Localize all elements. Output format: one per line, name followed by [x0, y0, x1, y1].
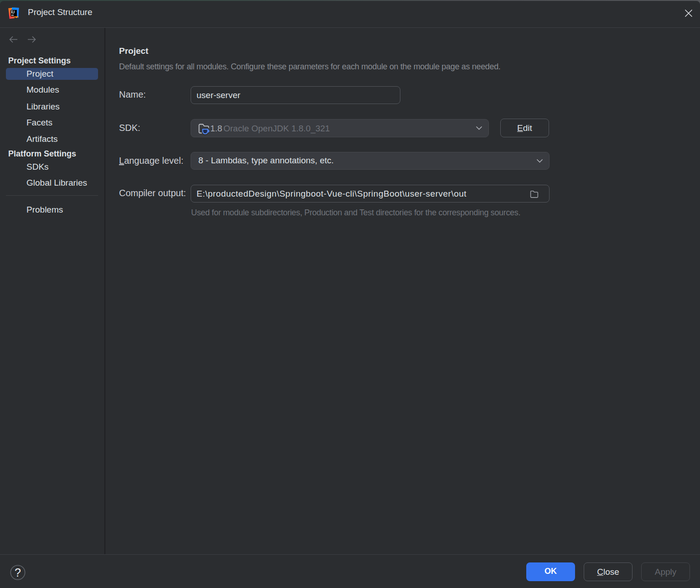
svg-text:?: ?	[15, 566, 21, 579]
